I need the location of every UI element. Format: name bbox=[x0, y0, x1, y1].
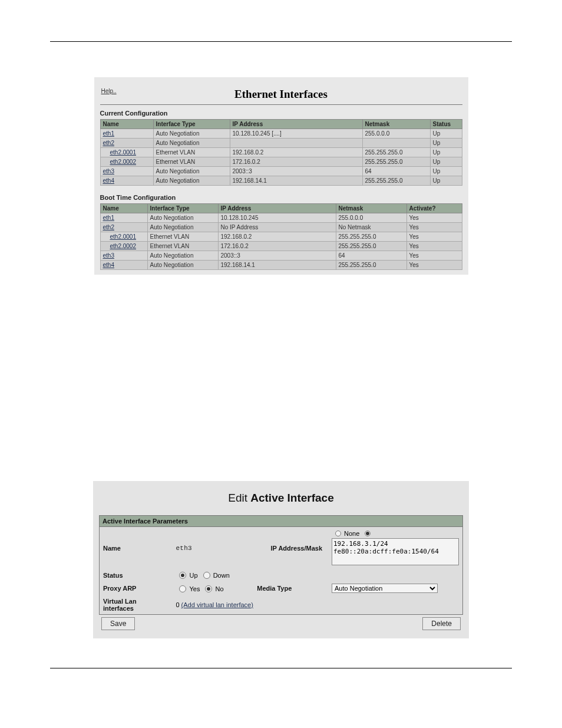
table-cell: Auto Negotiation bbox=[153, 129, 230, 139]
interface-link[interactable]: eth2.0002 bbox=[110, 159, 137, 165]
interface-link[interactable]: eth1 bbox=[103, 130, 114, 137]
table-cell: 172.16.0.2 bbox=[230, 157, 362, 167]
table-cell: Auto Negotiation bbox=[147, 251, 218, 261]
status-down-radio[interactable] bbox=[203, 572, 210, 579]
title-rule bbox=[100, 104, 462, 105]
table-cell: Auto Negotiation bbox=[147, 261, 218, 270]
table-cell: 64 bbox=[336, 251, 406, 261]
status-up-radio[interactable] bbox=[179, 572, 186, 579]
current-config-title: Current Configuration bbox=[100, 110, 462, 117]
table-cell: Auto Negotiation bbox=[153, 176, 230, 186]
media-cell: Auto Negotiation bbox=[328, 581, 462, 595]
table-header-row: Name Interface Type IP Address Netmask S… bbox=[100, 120, 462, 129]
boot-config-table: Name Interface Type IP Address Netmask A… bbox=[100, 203, 462, 270]
table-cell: 255.255.255.0 bbox=[336, 261, 406, 270]
table-cell: Up bbox=[430, 157, 462, 167]
status-down-label: Down bbox=[213, 572, 230, 579]
table-cell: 255.0.0.0 bbox=[336, 213, 406, 223]
table-row: eth3Auto Negotiation2003::364Up bbox=[100, 167, 462, 176]
table-cell: Up bbox=[430, 176, 462, 186]
table-row: eth1Auto Negotiation10.128.10.245255.0.0… bbox=[100, 213, 462, 223]
table-cell: Auto Negotiation bbox=[147, 223, 218, 232]
table-cell: 2003::3 bbox=[218, 251, 336, 261]
bottom-rule bbox=[50, 668, 512, 668]
ip-value-radio[interactable] bbox=[365, 531, 371, 536]
col-type: Interface Type bbox=[153, 120, 230, 129]
table-cell: 2003::3 bbox=[230, 167, 362, 176]
table-cell: No Netmask bbox=[336, 223, 406, 232]
save-button[interactable]: Save bbox=[101, 617, 135, 630]
vlan-cell: 0 (Add virtual lan interface) bbox=[172, 595, 462, 614]
delete-button[interactable]: Delete bbox=[422, 617, 461, 630]
table-header-row: Name Interface Type IP Address Netmask A… bbox=[100, 204, 462, 213]
interface-link[interactable]: eth1 bbox=[103, 215, 114, 221]
vlan-count: 0 bbox=[176, 601, 179, 608]
table-cell bbox=[230, 139, 362, 148]
table-cell: 192.168.0.2 bbox=[230, 148, 362, 157]
media-type-select[interactable]: Auto Negotiation bbox=[332, 584, 438, 593]
boot-config-title: Boot Time Configuration bbox=[100, 194, 462, 201]
table-cell: Ethernet VLAN bbox=[153, 157, 230, 167]
interface-link[interactable]: eth2.0001 bbox=[110, 233, 137, 240]
table-cell: 172.16.0.2 bbox=[218, 242, 336, 251]
table-cell: Up bbox=[430, 129, 462, 139]
table-cell bbox=[362, 139, 430, 148]
interface-link[interactable]: eth4 bbox=[103, 262, 114, 268]
table-cell: Ethernet VLAN bbox=[147, 232, 218, 242]
ip-none-radio[interactable] bbox=[335, 531, 341, 536]
table-cell: Ethernet VLAN bbox=[147, 242, 218, 251]
col-ip: IP Address bbox=[230, 120, 362, 129]
add-vlan-link[interactable]: (Add virtual lan interface) bbox=[181, 601, 253, 608]
vlan-label: Virtual Lan interfaces bbox=[100, 595, 172, 614]
interface-link[interactable]: eth3 bbox=[103, 168, 114, 174]
proxy-yes-radio[interactable] bbox=[179, 585, 186, 592]
current-config-table: Name Interface Type IP Address Netmask S… bbox=[100, 119, 462, 186]
media-label: Media Type bbox=[253, 581, 328, 595]
table-cell: 192.168.14.1 bbox=[230, 176, 362, 186]
table-cell: 192.168.0.2 bbox=[218, 232, 336, 242]
help-link[interactable]: Help.. bbox=[101, 88, 117, 94]
col-mask: Netmask bbox=[362, 120, 430, 129]
interface-link[interactable]: eth3 bbox=[103, 252, 114, 259]
table-row: eth2Auto NegotiationNo IP AddressNo Netm… bbox=[100, 223, 462, 232]
top-rule bbox=[50, 41, 512, 42]
table-row: eth2Auto NegotiationUp bbox=[100, 139, 462, 148]
ip-label: IP Address/Mask bbox=[253, 527, 328, 569]
col-mask: Netmask bbox=[336, 204, 406, 213]
table-row: eth4Auto Negotiation192.168.14.1255.255.… bbox=[100, 261, 462, 270]
table-cell: 64 bbox=[362, 167, 430, 176]
edit-title: Edit Active Interface bbox=[99, 492, 463, 505]
interface-link[interactable]: eth2 bbox=[103, 224, 114, 230]
col-status: Status bbox=[430, 120, 462, 129]
table-cell: Auto Negotiation bbox=[153, 139, 230, 148]
table-cell: 255.255.255.0 bbox=[362, 176, 430, 186]
ip-address-input[interactable] bbox=[332, 538, 459, 565]
table-cell: Ethernet VLAN bbox=[153, 148, 230, 157]
interface-link[interactable]: eth2.0002 bbox=[110, 243, 137, 249]
table-cell: 10.128.10.245 bbox=[218, 213, 336, 223]
ip-none-label: None bbox=[344, 530, 359, 537]
status-cell: Up Down bbox=[172, 569, 462, 581]
interface-link[interactable]: eth2.0001 bbox=[110, 149, 137, 156]
edit-active-interface-panel: Edit Active Interface Active Interface P… bbox=[93, 481, 469, 638]
table-cell: Up bbox=[430, 148, 462, 157]
proxy-cell: Yes No bbox=[172, 581, 253, 595]
proxy-label: Proxy ARP bbox=[100, 581, 172, 595]
interface-link[interactable]: eth2 bbox=[103, 140, 114, 146]
table-cell: 255.255.255.0 bbox=[336, 232, 406, 242]
table-row: eth2.0001Ethernet VLAN192.168.0.2255.255… bbox=[100, 148, 462, 157]
table-cell: Auto Negotiation bbox=[153, 167, 230, 176]
table-row: eth3Auto Negotiation2003::364Yes bbox=[100, 251, 462, 261]
table-cell: 255.255.255.0 bbox=[362, 148, 430, 157]
table-row: eth4Auto Negotiation192.168.14.1255.255.… bbox=[100, 176, 462, 186]
table-cell: Yes bbox=[406, 251, 462, 261]
table-cell: 10.128.10.245 [....] bbox=[230, 129, 362, 139]
interface-link[interactable]: eth4 bbox=[103, 177, 114, 184]
col-ip: IP Address bbox=[218, 204, 336, 213]
status-up-label: Up bbox=[189, 572, 197, 579]
table-row: eth1Auto Negotiation10.128.10.245 [....]… bbox=[100, 129, 462, 139]
name-label: Name bbox=[100, 527, 172, 569]
table-row: eth2.0002Ethernet VLAN172.16.0.2255.255.… bbox=[100, 242, 462, 251]
proxy-no-radio[interactable] bbox=[205, 585, 212, 592]
table-cell: Yes bbox=[406, 232, 462, 242]
